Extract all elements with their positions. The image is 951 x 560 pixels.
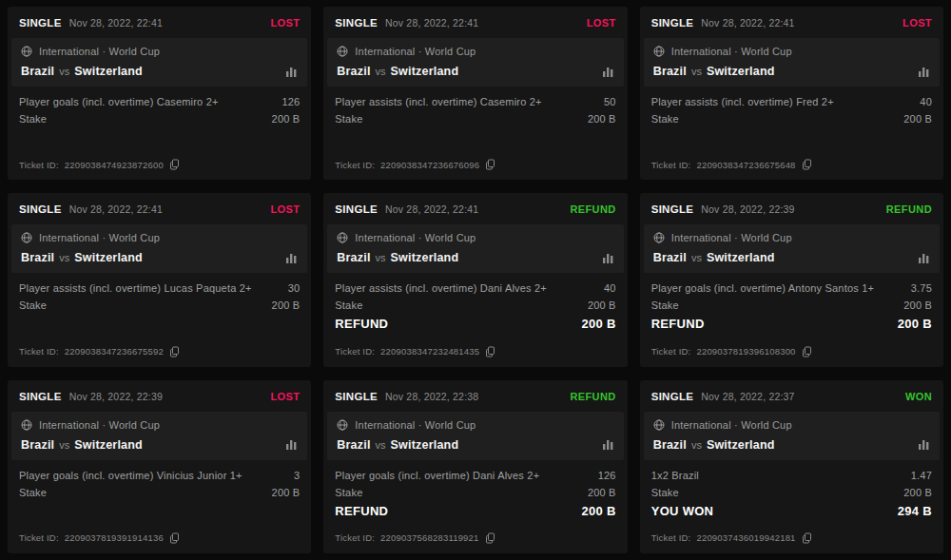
stake-label: Stake [651,487,679,498]
copy-icon[interactable] [802,159,812,170]
stake-label: Stake [19,299,47,311]
ticket-label: Ticket ID: [19,532,59,543]
selection-label: Player assists (incl. overtime) Fred 2+ [651,96,834,107]
selection-row: 1x2 Brazil 1.47 [651,470,932,481]
bar-chart-icon[interactable] [918,253,930,263]
globe-icon [21,232,32,243]
league-label: International · World Cup [671,419,792,431]
ticket-footer: Ticket ID: 2209038347236675592 [19,346,300,357]
bet-date: Nov 28, 2022, 22:38 [385,391,478,402]
copy-icon[interactable] [802,532,812,544]
copy-icon[interactable] [802,346,812,357]
copy-icon[interactable] [485,159,495,170]
stake-row: Stake 200 B [335,113,615,125]
bar-chart-icon[interactable] [602,67,614,77]
home-team: Brazil [653,65,687,78]
ticket-footer: Ticket ID: 2209038474923872600 [19,159,300,170]
status-badge: LOST [902,17,932,29]
result-label: REFUND [335,317,388,331]
match-row: Brazil vs Switzerland [21,65,298,78]
vs-label: vs [376,252,386,263]
odds-value: 1.47 [911,470,932,481]
bet-date: Nov 28, 2022, 22:41 [69,17,163,29]
ticket-footer: Ticket ID: 2209037819391914136 [19,532,300,544]
copy-icon[interactable] [485,346,495,357]
ticket-id: 2209038347236675648 [696,160,795,170]
bet-ticket-card: SINGLE Nov 28, 2022, 22:38 REFUND Intern… [323,380,627,553]
league-label: International · World Cup [39,419,160,431]
bet-ticket-card: SINGLE Nov 28, 2022, 22:37 WON Internati… [640,380,943,553]
league-label: International · World Cup [671,232,792,243]
ticket-footer: Ticket ID: 2209038347232481435 [335,346,615,357]
stake-row: Stake 200 B [19,299,300,311]
ticket-label: Ticket ID: [651,346,691,357]
stake-label: Stake [335,299,362,311]
result-value: 294 B [898,504,932,518]
bar-chart-icon[interactable] [602,439,614,450]
result-label: REFUND [651,317,705,331]
odds-value: 126 [281,96,300,107]
selection-row: Player assists (incl. overtime) Casemiro… [335,96,615,107]
league-row: International · World Cup [653,419,930,431]
odds-value: 40 [604,282,616,294]
globe-icon [653,232,665,243]
bar-chart-icon[interactable] [285,253,298,263]
bet-ticket-card: SINGLE Nov 28, 2022, 22:41 LOST Internat… [8,7,311,180]
spacer [335,331,615,345]
match-panel: International · World Cup Brazil vs Swit… [11,38,307,87]
stake-label: Stake [651,299,679,311]
bet-ticket-card: SINGLE Nov 28, 2022, 22:39 REFUND Intern… [640,193,943,366]
bar-chart-icon[interactable] [285,439,298,450]
copy-icon[interactable] [485,532,495,544]
match-row: Brazil vs Switzerland [21,438,298,452]
stake-value: 200 B [272,113,301,125]
spacer [19,317,300,345]
ticket-id: 2209037819396108300 [696,346,795,357]
match-panel: International · World Cup Brazil vs Swit… [327,412,623,460]
bar-chart-icon[interactable] [602,253,614,263]
globe-icon [653,419,665,431]
stake-value: 200 B [588,113,616,125]
bet-type-label: SINGLE [651,203,694,215]
away-team: Switzerland [74,65,143,78]
selection-label: 1x2 Brazil [651,470,699,481]
copy-icon[interactable] [169,159,180,170]
bar-chart-icon[interactable] [285,67,298,77]
spacer [335,130,615,159]
home-team: Brazil [337,251,370,264]
result-row: REFUND 200 B [651,317,932,331]
selection-row: Player goals (incl. overtime) Antony San… [651,282,932,294]
status-badge: REFUND [570,391,615,402]
stake-row: Stake 200 B [335,487,615,498]
stake-value: 200 B [903,487,932,498]
selection-row: Player assists (incl. overtime) Lucas Pa… [19,282,300,294]
ticket-label: Ticket ID: [19,346,59,357]
odds-value: 126 [598,470,616,481]
ticket-id: 2209038347236676096 [380,160,479,170]
ticket-id: 2209037568283119921 [380,532,478,543]
home-team: Brazil [21,65,54,78]
card-header: SINGLE Nov 28, 2022, 22:38 REFUND [335,389,615,404]
status-badge: LOST [270,203,300,215]
copy-icon[interactable] [169,346,180,357]
away-team: Switzerland [707,251,775,264]
league-row: International · World Cup [21,419,298,431]
bar-chart-icon[interactable] [918,67,930,77]
ticket-label: Ticket ID: [651,160,691,170]
card-header: SINGLE Nov 28, 2022, 22:41 LOST [19,202,300,217]
bet-date: Nov 28, 2022, 22:41 [701,17,794,29]
league-row: International · World Cup [337,419,613,431]
league-label: International · World Cup [355,46,476,57]
globe-icon [337,232,348,243]
vs-label: vs [691,439,702,451]
away-team: Switzerland [74,438,143,452]
status-badge: REFUND [570,203,615,215]
league-label: International · World Cup [39,232,160,243]
bar-chart-icon[interactable] [918,439,930,450]
globe-icon [337,419,348,431]
stake-value: 200 B [903,299,932,311]
league-label: International · World Cup [355,232,476,243]
selection-row: Player goals (incl. overtime) Vinicius J… [19,470,300,481]
stake-row: Stake 200 B [651,113,932,125]
copy-icon[interactable] [169,532,180,544]
